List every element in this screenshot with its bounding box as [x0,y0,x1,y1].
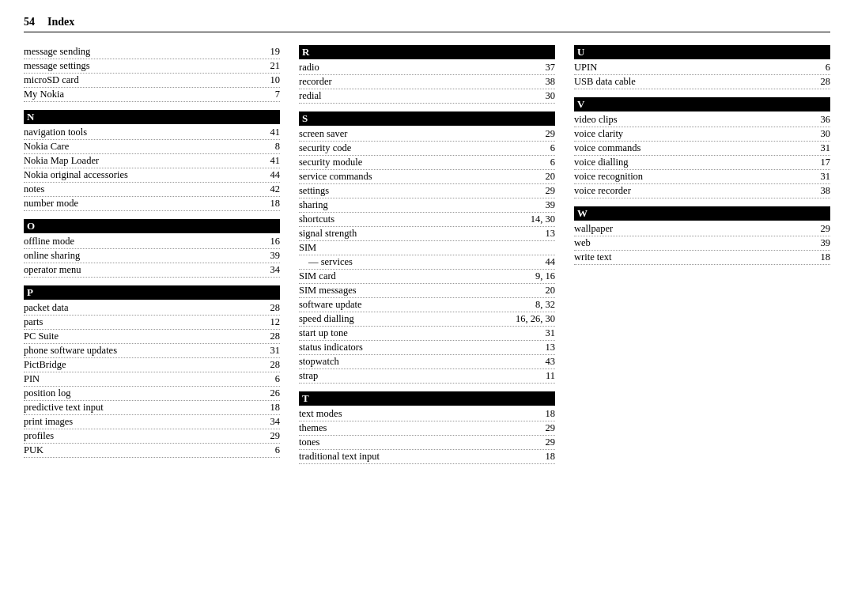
entry-page: 31 [546,327,556,339]
entry-page: 30 [546,90,556,102]
entry-page: 41 [270,127,281,138]
entry-term: SIM [299,242,555,254]
entry-term: position log [24,387,270,399]
entry-term: profiles [24,430,270,442]
entry-term: voice clarity [574,128,821,140]
index-entry: voice clarity30 [574,127,830,142]
entry-page: 29 [546,128,556,140]
entry-page: 16 [270,236,281,248]
index-entry: voice commands31 [574,142,830,156]
index-entry: position log26 [24,387,280,401]
entry-page: 6 [275,373,280,385]
entry-term: strap [299,370,546,382]
index-entry: web39 [574,236,830,251]
entry-term: notes [24,183,270,195]
section-p: Ppacket data28parts12PC Suite28phone sof… [24,285,280,458]
index-entry: message sending19 [24,45,280,59]
index-entry: shortcuts14, 30 [299,213,555,227]
entry-term: redial [299,90,546,102]
entry-page: 36 [821,114,831,126]
entry-term: SIM card [299,270,535,282]
index-entry: tones29 [299,436,555,450]
entry-term: text modes [299,408,546,420]
entry-page: 38 [821,185,831,197]
index-entry: voice recognition31 [574,170,830,184]
index-entry: recorder38 [299,75,555,89]
entry-term: voice commands [574,142,821,154]
index-entry: SIM card9, 16 [299,270,555,284]
index-entry: notes42 [24,183,280,197]
entry-term: packet data [24,302,270,314]
index-entry: PictBridge28 [24,358,280,372]
entry-term: voice recognition [574,171,821,183]
entry-page: 14, 30 [531,214,555,225]
index-entry: security module6 [299,156,555,170]
index-entry: traditional text input18 [299,450,555,464]
section-s: Sscreen saver29security code6security mo… [299,111,555,384]
section-header-r: R [299,45,555,59]
entry-term: Nokia original accessories [24,169,270,181]
entry-page: 31 [821,171,831,183]
entry-page: 13 [546,228,556,240]
index-entry: Nokia Care8 [24,140,280,154]
index-entry: packet data28 [24,301,280,316]
section-header-o: O [24,219,280,233]
entry-term: video clips [574,114,821,126]
entry-term: write text [574,251,821,263]
entry-term: PIN [24,373,275,385]
section-r: Rradio37recorder38redial30 [299,45,555,104]
entry-page: 31 [270,345,281,357]
entry-term: phone software updates [24,345,270,357]
index-entry: USB data cable28 [574,75,830,89]
entry-page: 9, 16 [535,270,555,282]
index-entry: themes29 [299,421,555,436]
section-top-entries: message sending19message settings21micro… [24,45,280,102]
entry-page: 31 [821,142,831,154]
index-entry: UPIN6 [574,61,830,75]
index-entry: microSD card10 [24,74,280,88]
index-entry: radio37 [299,61,555,75]
entry-page: 44 [546,256,556,268]
entry-page: 6 [275,444,280,456]
entry-term: software update [299,299,535,311]
entry-page: 38 [546,76,556,88]
index-entry: strap11 [299,369,555,384]
section-header-u: U [574,45,830,59]
entry-page: 30 [821,128,831,140]
index-entry: phone software updates31 [24,344,280,358]
entry-term: recorder [299,76,546,88]
index-entry: offline mode16 [24,235,280,249]
entry-page: 29 [546,422,556,434]
section-header-w: W [574,206,830,221]
entry-page: 34 [270,264,281,276]
entry-term: USB data cable [574,76,821,88]
entry-term: start up tone [299,327,546,339]
entry-term: status indicators [299,342,546,353]
index-entry: video clips36 [574,113,830,127]
section-header-n: N [24,110,280,124]
index-entry: wallpaper29 [574,222,830,236]
index-entry: parts12 [24,316,280,330]
index-entry: PC Suite28 [24,330,280,344]
entry-term: shortcuts [299,214,531,225]
index-entry: service commands20 [299,170,555,184]
entry-term: wallpaper [574,223,821,235]
index-entry: SIM messages20 [299,284,555,298]
entry-term: message settings [24,60,270,72]
index-entry: Nokia Map Loader41 [24,154,280,168]
entry-page: 18 [546,451,556,463]
index-entry: PUK6 [24,444,280,458]
entry-page: 43 [546,356,556,368]
index-entry: write text18 [574,251,830,265]
entry-page: 42 [270,183,281,195]
entry-term: security module [299,157,550,168]
index-column-col1: message sending19message settings21micro… [24,45,280,472]
index-entry: text modes18 [299,407,555,421]
entry-page: 41 [270,155,281,167]
entry-page: 26 [270,387,281,399]
index-entry: navigation tools41 [24,126,280,140]
section-header-t: T [299,391,555,406]
index-entry: security code6 [299,142,555,156]
entry-term: parts [24,316,270,328]
entry-term: SIM messages [299,285,546,297]
